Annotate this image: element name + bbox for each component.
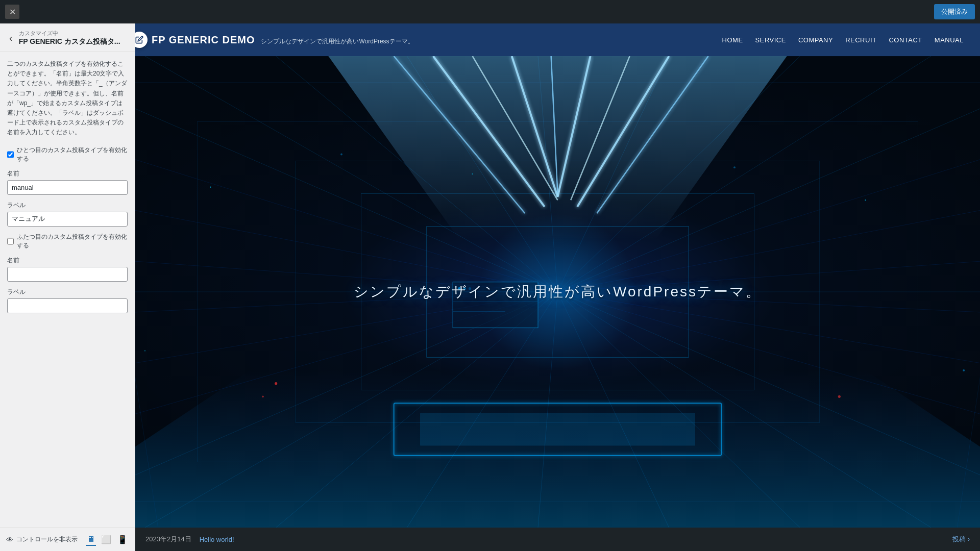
close-icon: ✕ — [9, 7, 16, 17]
sidebar-content: 二つのカスタム投稿タイプを有効化することができます。「名前」は最大20文字で入力… — [0, 52, 135, 528]
nav-home[interactable]: HOME — [722, 36, 743, 44]
footer-hello-world-link[interactable]: Hello world! — [200, 536, 234, 543]
second-name-input[interactable] — [7, 267, 128, 282]
svg-point-64 — [275, 382, 277, 385]
first-label-label-text: ラベル — [7, 201, 128, 210]
desktop-icon: 🖥 — [87, 535, 95, 543]
nav-links: HOME SERVICE COMPANY RECRUIT CONTACT MAN… — [722, 36, 964, 44]
tablet-icon: ⬜ — [101, 535, 111, 544]
tablet-view-button[interactable]: ⬜ — [100, 534, 112, 546]
sidebar-title-group: カスタマイズ中 FP GENERIC カスタム投稿タ... — [19, 30, 120, 46]
nav-manual[interactable]: MANUAL — [935, 36, 964, 44]
first-name-label: 名前 — [7, 169, 128, 178]
eye-icon: 👁 — [6, 536, 13, 544]
second-name-label: 名前 — [7, 256, 128, 265]
first-checkbox-label: ひとつ目のカスタム投稿タイプを有効化する — [17, 146, 128, 163]
nav-service[interactable]: SERVICE — [755, 36, 786, 44]
sidebar-footer: 👁 コントロールを非表示 🖥 ⬜ 📱 — [0, 528, 135, 551]
svg-point-65 — [262, 395, 264, 397]
svg-point-75 — [472, 173, 473, 175]
svg-point-79 — [144, 350, 146, 352]
hero-section: シンプルなデザインで汎用性が高いWordPressテーマ。 — [135, 56, 980, 528]
second-post-type-checkbox[interactable] — [7, 238, 14, 245]
description-text: 二つのカスタム投稿タイプを有効化することができます。「名前」は最大20文字で入力… — [7, 59, 128, 138]
edit-pencil-button[interactable] — [135, 32, 148, 48]
svg-point-66 — [838, 395, 841, 398]
first-name-section: 名前 — [7, 169, 128, 201]
device-icons: 🖥 ⬜ 📱 — [86, 534, 129, 546]
main-layout: ‹ カスタマイズ中 FP GENERIC カスタム投稿タ... 二つのカスタム投… — [0, 23, 980, 551]
panel-title: FP GENERIC カスタム投稿タ... — [19, 37, 120, 46]
nav-company[interactable]: COMPANY — [798, 36, 833, 44]
first-label-section: ラベル — [7, 201, 128, 233]
svg-point-76 — [733, 166, 736, 168]
first-name-input[interactable] — [7, 180, 128, 195]
customizer-sidebar: ‹ カスタマイズ中 FP GENERIC カスタム投稿タ... 二つのカスタム投… — [0, 23, 135, 551]
publish-button[interactable]: 公開済み — [934, 4, 975, 19]
hero-main-text: シンプルなデザインで汎用性が高いWordPressテーマ。 — [354, 282, 762, 302]
second-label-input[interactable] — [7, 298, 128, 313]
svg-point-80 — [963, 369, 965, 371]
sidebar-header: ‹ カスタマイズ中 FP GENERIC カスタム投稿タ... — [0, 23, 135, 52]
website-nav: FP GENERIC DEMO シンプルなデザインで汎用性が高いWordPres… — [135, 23, 980, 56]
preview-footer: 2023年2月14日 Hello world! 投稿 › — [135, 528, 980, 551]
second-checkbox-label: ふたつ目のカスタム投稿タイプを有効化する — [17, 233, 128, 250]
second-name-section: 名前 — [7, 256, 128, 288]
site-name: FP GENERIC DEMO — [152, 34, 255, 46]
footer-arrow-icon: › — [968, 536, 970, 543]
customizer-status-label: カスタマイズ中 — [19, 30, 120, 37]
preview-area: FP GENERIC DEMO シンプルなデザインで汎用性が高いWordPres… — [135, 23, 980, 551]
svg-point-77 — [865, 199, 866, 201]
posts-label: 投稿 — [952, 535, 966, 544]
svg-point-73 — [210, 186, 211, 188]
app-topbar: ✕ 公開済み — [0, 0, 980, 23]
hero-text: シンプルなデザインで汎用性が高いWordPressテーマ。 — [354, 282, 762, 302]
hide-controls-label: コントロールを非表示 — [16, 535, 78, 544]
desktop-view-button[interactable]: 🖥 — [86, 534, 96, 546]
nav-recruit[interactable]: RECRUIT — [845, 36, 876, 44]
second-checkbox-row: ふたつ目のカスタム投稿タイプを有効化する — [7, 233, 128, 250]
hide-controls-button[interactable]: 👁 コントロールを非表示 — [6, 535, 78, 544]
first-label-input[interactable] — [7, 212, 128, 227]
footer-posts-button[interactable]: 投稿 › — [952, 535, 970, 544]
site-brand: FP GENERIC DEMO シンプルなデザインで汎用性が高いWordPres… — [152, 34, 722, 46]
first-checkbox-row: ひとつ目のカスタム投稿タイプを有効化する — [7, 146, 128, 163]
second-label-label-text: ラベル — [7, 288, 128, 296]
mobile-view-button[interactable]: 📱 — [116, 534, 129, 546]
second-label-section: ラベル — [7, 288, 128, 319]
first-post-type-checkbox[interactable] — [7, 151, 14, 158]
site-tagline: シンプルなデザインで汎用性が高いWordPressテーマ。 — [261, 37, 413, 46]
nav-contact[interactable]: CONTACT — [889, 36, 922, 44]
close-button[interactable]: ✕ — [5, 5, 19, 19]
footer-date: 2023年2月14日 — [145, 535, 191, 544]
back-button[interactable]: ‹ — [7, 32, 15, 44]
mobile-icon: 📱 — [117, 535, 128, 544]
svg-point-74 — [340, 154, 342, 156]
svg-marker-49 — [135, 370, 980, 528]
